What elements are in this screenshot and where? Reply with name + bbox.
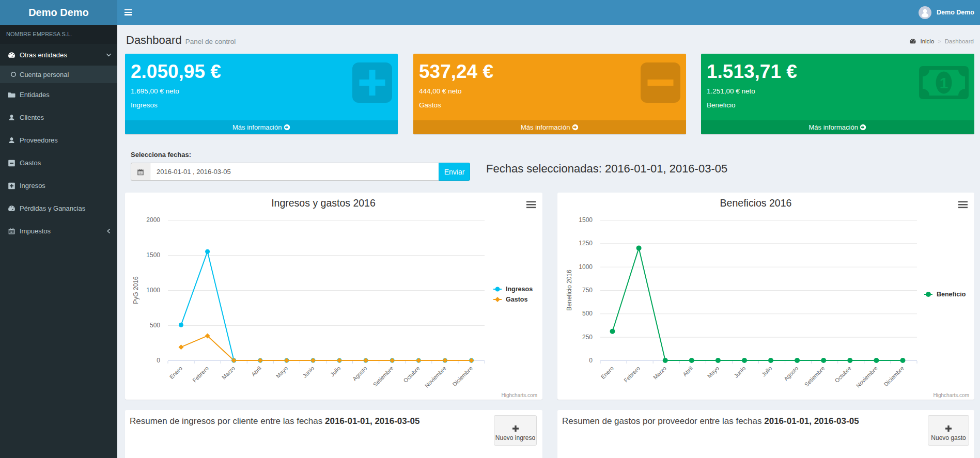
svg-text:Abril: Abril	[681, 365, 694, 377]
svg-text:0: 0	[157, 357, 160, 364]
svg-text:Beneficios 2016: Beneficios 2016	[720, 197, 792, 209]
svg-text:Beneficio: Beneficio	[937, 291, 966, 298]
svg-text:1500: 1500	[579, 216, 593, 224]
svg-text:Mayo: Mayo	[706, 365, 721, 380]
svg-text:Setiembre: Setiembre	[803, 365, 826, 388]
svg-text:Marzo: Marzo	[221, 365, 236, 381]
svg-text:750: 750	[582, 287, 593, 294]
svg-text:Junio: Junio	[733, 365, 746, 379]
svg-text:Febrero: Febrero	[191, 365, 210, 384]
svg-text:Mayo: Mayo	[275, 365, 289, 380]
svg-text:Agosto: Agosto	[351, 365, 368, 382]
svg-text:1250: 1250	[579, 240, 593, 247]
svg-text:Agosto: Agosto	[783, 365, 800, 382]
svg-text:Highcharts.com: Highcharts.com	[502, 392, 537, 398]
svg-text:Enero: Enero	[600, 365, 615, 380]
svg-text:1000: 1000	[146, 287, 160, 294]
svg-text:2000: 2000	[146, 216, 160, 224]
svg-text:Ingresos y gastos 2016: Ingresos y gastos 2016	[271, 197, 376, 209]
svg-text:Noviembre: Noviembre	[424, 365, 447, 389]
svg-text:Gastos: Gastos	[506, 296, 527, 303]
svg-text:500: 500	[150, 322, 160, 329]
svg-text:Enero: Enero	[168, 365, 183, 380]
svg-text:Julio: Julio	[329, 365, 341, 377]
svg-text:Diciembre: Diciembre	[451, 365, 473, 387]
svg-text:1500: 1500	[146, 251, 160, 259]
svg-text:Marzo: Marzo	[652, 365, 667, 381]
svg-text:Julio: Julio	[760, 365, 773, 377]
svg-text:Setiembre: Setiembre	[372, 365, 395, 388]
svg-text:Abril: Abril	[250, 365, 262, 377]
svg-text:Beneficio 2016: Beneficio 2016	[566, 270, 573, 311]
svg-text:250: 250	[582, 334, 593, 341]
svg-text:Diciembre: Diciembre	[882, 365, 905, 387]
svg-text:500: 500	[582, 310, 593, 317]
svg-text:Noviembre: Noviembre	[855, 365, 879, 389]
svg-text:Febrero: Febrero	[623, 365, 641, 384]
svg-text:PyG 2016: PyG 2016	[132, 276, 139, 304]
svg-text:Junio: Junio	[301, 365, 315, 379]
svg-text:Highcharts.com: Highcharts.com	[934, 392, 969, 398]
svg-text:0: 0	[589, 357, 593, 364]
svg-text:Octubre: Octubre	[402, 365, 421, 384]
svg-text:Ingresos: Ingresos	[506, 286, 533, 293]
svg-text:1000: 1000	[579, 263, 593, 271]
svg-text:Octubre: Octubre	[834, 365, 852, 384]
